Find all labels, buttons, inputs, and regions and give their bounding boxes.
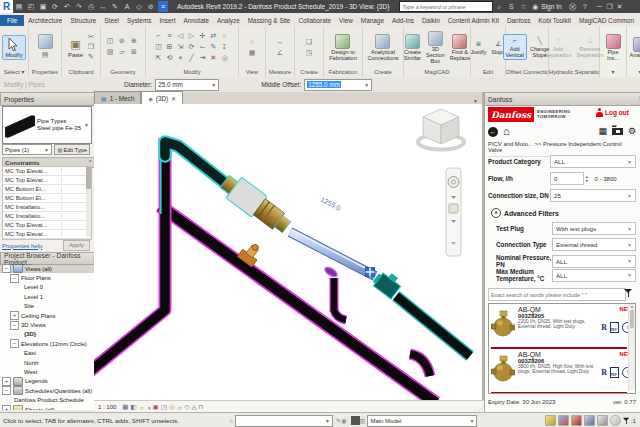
pdf-icon[interactable] [610, 322, 619, 333]
copy-icon[interactable]: ❐ [86, 42, 96, 52]
help-icon[interactable]: ? [580, 1, 590, 12]
scrollbar[interactable]: ▲ [628, 304, 635, 391]
properties-icon[interactable] [38, 34, 53, 49]
view-tab-3d[interactable]: ◈ (3D) ✕ [141, 91, 183, 104]
tab-view[interactable]: View [335, 15, 357, 26]
product-item[interactable]: AB-QM 003Z8205 2200 l/h, DN25, With test… [489, 304, 635, 349]
print-icon[interactable]: ⎙ [86, 1, 96, 12]
analytical-model-icon[interactable]: ◬ [192, 403, 197, 411]
tree-item-danfoss-schedule[interactable]: Danfoss Product Schedule [0, 395, 94, 404]
account-icon[interactable]: ◉ [530, 1, 540, 12]
crop-view-icon[interactable]: ▣ [153, 403, 159, 411]
measure-between-icon[interactable]: ↔ [275, 37, 285, 47]
sync-icon[interactable]: ⟳ [50, 1, 60, 12]
modify-button[interactable]: Modify [2, 35, 25, 60]
panel-label-edit[interactable]: Edit [471, 68, 505, 77]
pen-icon[interactable]: ✎ [209, 42, 219, 52]
tab-structure[interactable]: Structure [66, 15, 100, 26]
scale-icon[interactable]: ⇲ [176, 42, 186, 52]
chevron-down-icon[interactable]: ▼ [364, 82, 369, 88]
property-row[interactable]: MC Bottom El... [3, 185, 91, 194]
panel-label-pipe-ins[interactable]: ▾ [600, 68, 626, 77]
panel-label-analysis[interactable]: ▾ [627, 68, 640, 77]
assembly-icon[interactable]: ◳ [304, 48, 314, 58]
tree-item-3d-views[interactable]: − 3D Views [0, 320, 94, 329]
panel-label-fabrication[interactable]: Fabrication [324, 68, 362, 77]
gear-icon[interactable]: ⚙ [628, 126, 636, 137]
measure2-icon[interactable]: ◎ [220, 53, 230, 63]
app-store-icon[interactable]: ⛒ [568, 1, 578, 12]
property-row[interactable]: MC Top Elevat... [3, 230, 91, 239]
property-row[interactable]: MC Installatio... [3, 203, 91, 212]
apply-button[interactable]: Apply [63, 240, 90, 251]
mirror-icon[interactable]: ◁ [176, 31, 186, 41]
worksharing-icon[interactable]: ◉ [341, 417, 346, 424]
test-plug-select[interactable]: With test plugs▼ [552, 222, 636, 235]
tab-architecture[interactable]: Architecture [24, 15, 66, 26]
demolish-icon[interactable]: ⊠ [129, 47, 139, 57]
tab-massing-site[interactable]: Massing & Site [244, 15, 295, 26]
pipe-vertical[interactable] [94, 138, 165, 376]
group-icon[interactable]: ❏ [304, 37, 314, 47]
warning-icon[interactable] [571, 415, 582, 426]
valve-assembly[interactable] [217, 171, 294, 238]
redo-icon[interactable]: ↷ [74, 1, 84, 12]
unpin-icon[interactable]: ⇱ [154, 53, 164, 63]
design-to-fabrication-button[interactable]: Design to Fabrication [327, 33, 359, 62]
active-workset-select[interactable]: ▼ [235, 415, 333, 427]
default-3d-icon[interactable]: ◇ [134, 1, 144, 12]
add-vertical-button[interactable]: ⌐ Add Vertical [503, 34, 527, 60]
crop-region-icon[interactable]: ◳ [161, 403, 167, 411]
expand-icon[interactable]: + [2, 405, 11, 410]
thin-lines-icon[interactable]: ≡ [158, 1, 168, 12]
stretch-icon[interactable]: ⇥ [198, 53, 208, 63]
nominal-pressure-select[interactable]: ALL▼ [552, 255, 636, 268]
property-row[interactable]: MC Installatio... [3, 212, 91, 221]
shadows-icon[interactable]: ◑ [147, 404, 151, 411]
hide-icon[interactable]: ☼ [247, 37, 257, 47]
split-face-icon[interactable]: ▱ [117, 47, 127, 57]
temporary-hide-icon[interactable]: ◎ [169, 403, 175, 411]
collapse-icon[interactable]: − [10, 321, 19, 330]
tree-item-east[interactable]: East [0, 349, 94, 358]
tab-steel[interactable]: Steel [100, 15, 123, 26]
property-row[interactable]: MC Top Elevat... [3, 167, 91, 176]
rotate-icon[interactable]: ⟳ [187, 42, 197, 52]
element-filter-select[interactable]: Pipes (1) ▼ [2, 144, 52, 155]
logout-button[interactable]: Log out [596, 108, 629, 117]
panel-label-create2[interactable]: Create [363, 68, 403, 77]
expand-icon[interactable]: + [10, 311, 19, 320]
tab-collaborate[interactable]: Collaborate [294, 15, 335, 26]
undo-icon[interactable]: ↶ [62, 1, 72, 12]
open-icon[interactable]: ◰ [26, 1, 36, 12]
select-pinned-icon[interactable] [610, 415, 621, 426]
search-icon[interactable]: ⌕ [494, 1, 504, 12]
panel-label-magicad[interactable]: MagiCAD [404, 68, 470, 77]
tab-daikin[interactable]: Daikin [418, 15, 444, 26]
chevron-down-icon[interactable]: ▼ [84, 122, 89, 128]
expand-icon[interactable]: + [2, 377, 11, 386]
tree-item-schedules[interactable]: − Schedules/Quantities (all) [0, 386, 94, 395]
folder-icon[interactable] [612, 125, 623, 138]
properties-help-link[interactable]: Properties help [2, 243, 42, 249]
pdf-icon[interactable] [610, 367, 619, 378]
max-temperature-select[interactable]: ALL▼ [552, 269, 636, 282]
pin-icon[interactable]: ⌃ [88, 159, 93, 166]
tree-item-west[interactable]: West [0, 367, 94, 376]
product-item[interactable]: AB-QM 003Z8206 3800 l/h, DN25, High flow… [489, 349, 635, 394]
revit-logo[interactable]: R [0, 0, 13, 13]
drawing-canvas[interactable]: 1255.0 [94, 104, 482, 400]
property-row[interactable]: MC Top Elevat... [3, 176, 91, 185]
angle-icon[interactable]: ∠ [275, 48, 285, 58]
load-family-icon[interactable]: R [601, 324, 607, 332]
restore-button[interactable]: ❐ [605, 3, 615, 11]
reveal-hidden-icon[interactable]: ☼ [177, 404, 183, 411]
home-icon[interactable]: ⌂ [503, 126, 510, 137]
tree-item-level1[interactable]: Level 1 [0, 292, 94, 301]
chevron-down-icon[interactable]: ▼ [211, 82, 216, 88]
tab-content-admin-kit[interactable]: Content Admin Kit [444, 15, 503, 26]
panel-label-geometry[interactable]: Geometry [101, 68, 145, 77]
select-links-icon[interactable] [584, 415, 595, 426]
tab-annotate[interactable]: Annotate [179, 15, 213, 26]
select-underlay-icon[interactable] [597, 415, 608, 426]
